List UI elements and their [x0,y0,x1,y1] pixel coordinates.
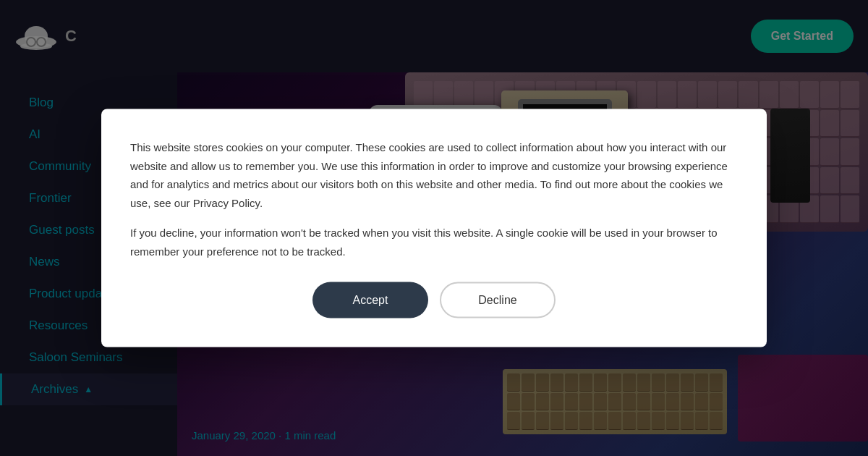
cookie-body-text-1: This website stores cookies on your comp… [130,138,738,212]
cookie-modal: This website stores cookies on your comp… [101,109,767,347]
accept-button[interactable]: Accept [312,282,428,318]
cookie-buttons: Accept Decline [130,282,738,318]
cookie-body-text-2: If you decline, your information won't b… [130,224,738,261]
decline-button[interactable]: Decline [440,282,556,318]
